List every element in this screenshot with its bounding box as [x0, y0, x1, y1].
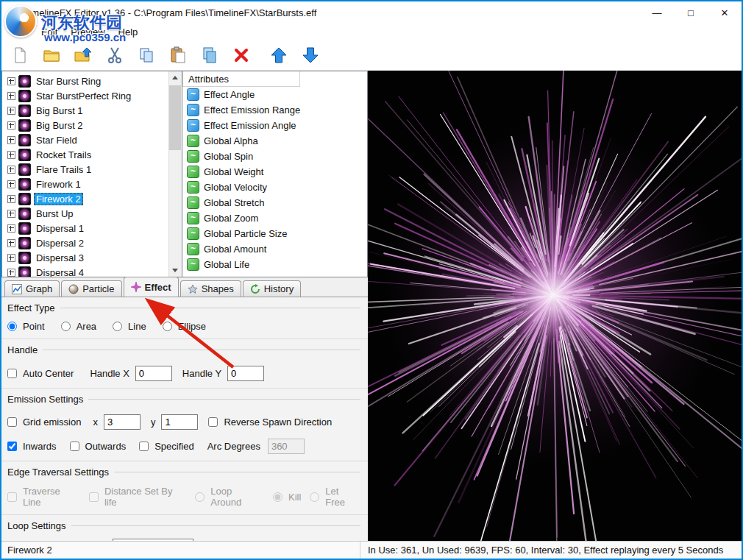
expand-icon[interactable]	[7, 77, 15, 85]
effect-type-area-radio[interactable]: Area	[61, 321, 96, 332]
grid-x-input[interactable]	[104, 414, 141, 430]
expand-icon[interactable]	[7, 195, 15, 203]
triangle-down-icon	[172, 269, 178, 272]
new-file-button[interactable]	[9, 44, 31, 66]
expand-icon[interactable]	[7, 92, 15, 100]
loop-around-radio[interactable]: Loop Around	[195, 486, 264, 508]
tree-item-big-burst-2[interactable]: Big Burst 2	[2, 118, 169, 132]
kill-radio[interactable]: Kill	[273, 492, 301, 503]
tab-shapes[interactable]: Shapes	[180, 280, 241, 297]
attribute-global-zoom[interactable]: Global Zoom	[182, 210, 367, 226]
effect-type-ellipse-radio[interactable]: Ellipse	[163, 321, 206, 332]
effect-thumbnail-icon	[18, 163, 31, 176]
tree-item-firework-2[interactable]: Firework 2	[2, 191, 169, 206]
attribute-global-life[interactable]: Global Life	[182, 257, 367, 272]
effect-thumbnail-icon	[18, 222, 31, 235]
graph-icon	[12, 284, 22, 294]
effect-type-legend: Effect Type	[7, 302, 360, 313]
attribute-global-velocity[interactable]: Global Velocity	[182, 180, 367, 195]
handle-y-input[interactable]	[227, 366, 264, 381]
effect-preview	[368, 71, 742, 542]
expand-icon[interactable]	[7, 254, 15, 262]
tree-scrollbar[interactable]	[168, 71, 182, 277]
expand-icon[interactable]	[7, 180, 15, 188]
cut-button[interactable]	[104, 44, 126, 66]
menu-preview[interactable]: Preview	[64, 25, 111, 39]
menu-file[interactable]: File	[6, 25, 35, 39]
tree-item-rocket-trails[interactable]: Rocket Trails	[2, 147, 169, 162]
menu-help[interactable]: Help	[112, 25, 145, 39]
expand-icon[interactable]	[7, 121, 15, 130]
expand-icon[interactable]	[7, 166, 15, 174]
paste-button[interactable]	[167, 44, 189, 66]
titlebar: TimelineFX Editor v1.36 - C:\Program Fil…	[1, 1, 742, 24]
let-free-radio[interactable]: Let Free	[310, 486, 360, 508]
grid-emission-checkbox[interactable]: Grid emission	[7, 417, 81, 428]
effect-type-point-radio[interactable]: Point	[7, 321, 45, 332]
tree-item-dispersal-3[interactable]: Dispersal 3	[2, 250, 169, 265]
attribute-effect-emission-range[interactable]: Effect Emission Range	[182, 102, 367, 118]
effect-type-line-radio[interactable]: Line	[113, 321, 146, 332]
scroll-up-button[interactable]	[169, 71, 181, 84]
maximize-button[interactable]: □	[674, 1, 708, 24]
expand-icon[interactable]	[7, 136, 15, 144]
attributes-header: Attributes	[182, 71, 300, 87]
attribute-global-weight[interactable]: Global Weight	[182, 164, 367, 180]
tab-particle[interactable]: Particle	[61, 280, 121, 297]
expand-icon[interactable]	[7, 239, 15, 247]
export-folder-button[interactable]	[72, 44, 94, 66]
tab-effect[interactable]: Effect	[124, 277, 179, 297]
attribute-global-amount[interactable]: Global Amount	[182, 241, 367, 257]
effect-type-section: Effect Type Point Area Line Ellipse	[1, 297, 368, 339]
copy-button[interactable]	[135, 44, 157, 66]
outwards-checkbox[interactable]: Outwards	[70, 441, 127, 452]
attribute-global-stretch[interactable]: Global Stretch	[182, 195, 367, 210]
effect-tab-panel: Effect Type Point Area Line Ellipse Hand…	[1, 297, 368, 542]
open-folder-button[interactable]	[40, 44, 63, 66]
move-down-button[interactable]	[299, 44, 321, 66]
attribute-global-alpha[interactable]: Global Alpha	[182, 133, 367, 149]
attribute-global-spin[interactable]: Global Spin	[182, 149, 367, 164]
expand-icon[interactable]	[7, 224, 15, 233]
handle-x-label: Handle X	[90, 368, 129, 379]
effect-thumbnail-icon	[18, 266, 31, 277]
tab-graph[interactable]: Graph	[4, 280, 60, 297]
expand-icon[interactable]	[7, 151, 15, 159]
tab-history[interactable]: History	[243, 280, 301, 297]
tree-item-star-burst-ring[interactable]: Star Burst Ring	[2, 74, 169, 88]
tree-item-big-burst-1[interactable]: Big Burst 1	[2, 103, 169, 118]
expand-icon[interactable]	[7, 210, 15, 218]
auto-center-checkbox[interactable]: Auto Center	[7, 368, 74, 379]
scroll-down-button[interactable]	[169, 264, 181, 277]
reverse-spawn-checkbox[interactable]: Reverse Spawn Direction	[208, 417, 332, 428]
tree-item-flare-trails-1[interactable]: Flare Trails 1	[2, 162, 169, 177]
handle-x-input[interactable]	[135, 366, 172, 381]
tree-item-dispersal-2[interactable]: Dispersal 2	[2, 235, 169, 250]
tree-item-star-burstperfect-ring[interactable]: Star BurstPerfect Ring	[2, 88, 169, 103]
tree-item-dispersal-1[interactable]: Dispersal 1	[2, 221, 169, 235]
expand-icon[interactable]	[7, 269, 15, 277]
inwards-checkbox[interactable]: Inwards	[7, 441, 57, 452]
tree-item-firework-1[interactable]: Firework 1	[2, 177, 169, 191]
traverse-line-checkbox[interactable]: Traverse Line	[7, 486, 80, 508]
tree-item-star-field[interactable]: Star Field	[2, 132, 169, 147]
duplicate-button[interactable]	[199, 44, 221, 66]
attribute-global-particle-size[interactable]: Global Particle Size	[182, 226, 367, 241]
menu-edit[interactable]: Edit	[35, 25, 64, 39]
move-up-button[interactable]	[268, 44, 290, 66]
grid-y-input[interactable]	[161, 414, 198, 430]
copy-icon	[137, 46, 156, 65]
arc-degrees-input[interactable]	[268, 439, 305, 454]
distance-set-by-life-checkbox[interactable]: Distance Set By life	[89, 486, 186, 508]
tree-item-burst-up[interactable]: Burst Up	[2, 206, 169, 221]
paste-icon	[168, 46, 188, 65]
attribute-effect-emission-angle[interactable]: Effect Emission Angle	[182, 118, 367, 133]
tree-item-dispersal-4[interactable]: Dispersal 4	[2, 265, 169, 277]
scrollbar-thumb[interactable]	[169, 85, 181, 150]
specified-checkbox[interactable]: Specified	[139, 441, 193, 452]
expand-icon[interactable]	[7, 107, 15, 115]
delete-button[interactable]	[230, 44, 252, 66]
attribute-effect-angle[interactable]: Effect Angle	[182, 87, 367, 102]
minimize-button[interactable]: —	[640, 1, 674, 24]
close-button[interactable]: ✕	[708, 1, 742, 24]
